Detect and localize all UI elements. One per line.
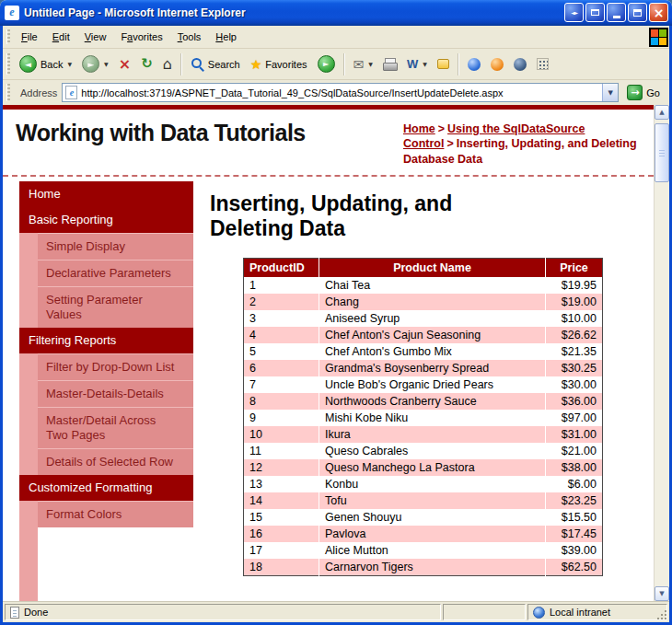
discuss-button[interactable] <box>433 56 454 72</box>
toolbar-separator <box>180 53 182 75</box>
menu-tools[interactable]: Tools <box>170 28 209 46</box>
resize-grip-icon[interactable] <box>656 609 667 620</box>
table-row: 4Chef Anton's Cajun Seasoning$26.62 <box>244 327 603 343</box>
menu-favorites[interactable]: Favorites <box>113 28 169 46</box>
product-name-cell: Grandma's Boysenberry Spread <box>319 360 546 376</box>
price-cell: $21.35 <box>546 343 603 360</box>
sidebar-item-master-details-details[interactable]: Master-Details-Details <box>38 380 193 407</box>
back-dropdown-icon[interactable]: ▼ <box>67 61 72 67</box>
toolbar: ◄ Back ▼ ► ▼ × ↻ ⌂ Search ★ Favorites ► <box>3 49 669 80</box>
go-button[interactable]: → Go <box>623 83 664 102</box>
media-button[interactable]: ► <box>313 52 340 75</box>
addon-button-dark[interactable] <box>509 55 531 74</box>
home-button[interactable]: ⌂ <box>158 54 177 75</box>
breadcrumb-home-link[interactable]: Home <box>403 122 435 135</box>
product-name-cell: Chef Anton's Gumbo Mix <box>319 343 546 360</box>
table-row: 5Chef Anton's Gumbo Mix$21.35 <box>244 343 603 360</box>
price-cell: $19.00 <box>546 294 603 310</box>
print-button[interactable] <box>378 55 401 73</box>
product-id-cell: 11 <box>244 443 319 459</box>
content-row: HomeBasic ReportingSimple DisplayDeclara… <box>3 177 654 576</box>
sidebar-item-home[interactable]: Home <box>19 181 193 207</box>
table-row: 13Konbu$6.00 <box>244 476 603 492</box>
price-cell: $97.00 <box>546 410 603 426</box>
browser-viewport: Working with Data Tutorials Home>Using t… <box>3 105 669 601</box>
refresh-icon: ↻ <box>141 57 153 71</box>
table-row: 1Chai Tea$19.95 <box>244 277 603 294</box>
messenger-button[interactable] <box>463 55 485 74</box>
sidebar-item-declarative-parameters[interactable]: Declarative Parameters <box>38 260 193 286</box>
scroll-up-button[interactable]: ▲ <box>655 105 669 120</box>
edit-with-word-button[interactable]: W ▼ <box>402 54 432 74</box>
price-cell: $62.50 <box>546 559 603 576</box>
stop-button[interactable]: × <box>114 54 135 75</box>
addressbar-grip[interactable] <box>6 84 10 101</box>
menubar-grip[interactable] <box>6 29 10 45</box>
product-name-cell: Mishi Kobe Niku <box>319 410 546 426</box>
sidebar-item-filter-by-drop-down-list[interactable]: Filter by Drop-Down List <box>38 353 193 380</box>
sidebar-menu: HomeBasic ReportingSimple DisplayDeclara… <box>19 181 193 527</box>
menu-view[interactable]: View <box>77 28 114 46</box>
product-name-cell: Chai Tea <box>319 277 546 294</box>
product-name-cell: Northwoods Cranberry Sauce <box>319 393 546 410</box>
forward-dropdown-icon[interactable]: ▼ <box>104 61 109 67</box>
addon-button-grid[interactable] <box>532 55 553 73</box>
table-row: 16Pavlova$17.45 <box>244 526 603 542</box>
mail-button[interactable]: ✉ ▼ <box>349 54 377 75</box>
go-label: Go <box>646 87 660 98</box>
scroll-down-button[interactable]: ▼ <box>655 586 669 601</box>
forward-icon: ► <box>82 55 99 73</box>
sidebar-item-format-colors[interactable]: Format Colors <box>38 501 193 527</box>
sidebar-item-simple-display[interactable]: Simple Display <box>38 233 193 260</box>
table-row: 9Mishi Kobe Niku$97.00 <box>244 410 603 426</box>
toolbar-grip[interactable] <box>6 53 10 75</box>
products-table-body: 1Chai Tea$19.952Chang$19.003Aniseed Syru… <box>244 277 603 576</box>
address-field: e ▼ <box>62 83 619 102</box>
sidebar-item-filtering-reports[interactable]: Filtering Reports <box>19 328 193 353</box>
scrollbar-track[interactable] <box>655 120 669 586</box>
close-button[interactable]: × <box>649 3 668 22</box>
product-id-cell: 14 <box>244 492 319 509</box>
breadcrumb-separator: > <box>446 137 453 150</box>
product-id-cell: 5 <box>244 343 319 360</box>
price-cell: $38.00 <box>546 459 603 476</box>
titlebar-extra-button-1[interactable]: ◄► <box>564 3 584 22</box>
product-name-cell: Alice Mutton <box>319 542 546 559</box>
media-icon: ► <box>318 55 335 73</box>
product-id-cell: 6 <box>244 360 319 376</box>
address-input[interactable] <box>81 85 602 100</box>
sidebar-item-setting-parameter-values[interactable]: Setting Parameter Values <box>38 286 193 328</box>
pane-icon <box>591 9 599 16</box>
favorites-button[interactable]: ★ Favorites <box>246 54 312 75</box>
maximize-button[interactable] <box>628 3 647 22</box>
table-row: 18Carnarvon Tigers$62.50 <box>244 559 603 576</box>
forward-button[interactable]: ► ▼ <box>77 52 113 75</box>
titlebar-extra-button-2[interactable] <box>585 3 605 22</box>
refresh-button[interactable]: ↻ <box>136 54 157 74</box>
print-icon <box>383 58 397 70</box>
sidebar-item-master-detail-across-two-pages[interactable]: Master/Detail Across Two Pages <box>38 407 193 448</box>
address-dropdown-button[interactable]: ▼ <box>602 84 618 101</box>
menu-file[interactable]: File <box>14 28 45 46</box>
mail-dropdown-icon[interactable]: ▼ <box>368 61 373 67</box>
product-id-cell: 15 <box>244 509 319 526</box>
vertical-scrollbar[interactable]: ▲ ▼ <box>654 105 669 601</box>
search-button[interactable]: Search <box>186 54 245 74</box>
page-title: Inserting, Updating, and Deleting Data <box>210 191 527 241</box>
minimize-button[interactable] <box>607 3 626 22</box>
column-header-productid: ProductID <box>244 259 319 278</box>
menu-help[interactable]: Help <box>208 28 244 46</box>
edit-dropdown-icon[interactable]: ▼ <box>423 61 427 67</box>
sidebar-item-customized-formatting[interactable]: Customized Formatting <box>19 475 193 501</box>
sidebar-item-basic-reporting[interactable]: Basic Reporting <box>19 207 193 233</box>
menu-edit[interactable]: Edit <box>45 28 77 46</box>
back-button[interactable]: ◄ Back ▼ <box>15 52 76 75</box>
table-row: 17Alice Mutton$39.00 <box>244 542 603 559</box>
addon-button-orange[interactable] <box>486 55 508 74</box>
sidebar-item-details-of-selected-row[interactable]: Details of Selected Row <box>38 448 193 475</box>
maximize-icon <box>633 9 642 17</box>
product-name-cell: Queso Cabrales <box>319 443 546 459</box>
scrollbar-thumb[interactable] <box>655 123 669 182</box>
table-row: 7Uncle Bob's Organic Dried Pears$30.00 <box>244 376 603 393</box>
product-id-cell: 4 <box>244 327 319 343</box>
